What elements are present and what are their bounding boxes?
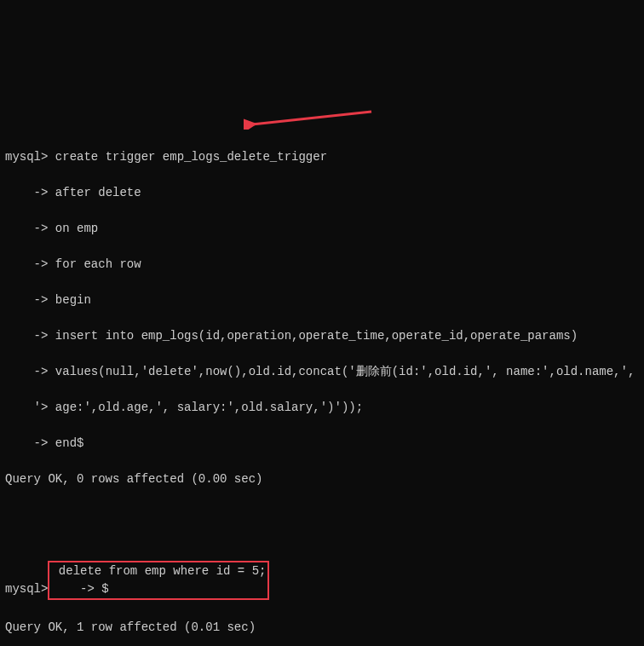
sql-code: end$: [48, 436, 83, 450]
mysql-prompt: mysql>: [5, 582, 48, 596]
blank-line: [5, 506, 639, 524]
sql-code: for each row: [48, 257, 141, 271]
continuation-prompt: ->: [5, 257, 48, 271]
continuation-prompt: ->: [5, 329, 48, 343]
sql-line-highlighted: mysql> delete from emp where id = 5; -> …: [5, 560, 639, 601]
sql-line: -> values(null,'delete',now(),old.id,con…: [5, 363, 639, 381]
highlight-box: delete from emp where id = 5; -> $: [48, 561, 269, 600]
sql-code: $: [95, 582, 109, 596]
svg-line-0: [252, 112, 371, 124]
query-result: Query OK, 1 row affected (0.01 sec): [5, 619, 639, 637]
sql-code: on emp: [48, 222, 98, 235]
continuation-prompt: '>: [5, 401, 48, 414]
sql-line: -> on emp: [5, 220, 639, 238]
continuation-prompt: ->: [5, 436, 48, 450]
continuation-prompt: ->: [5, 222, 48, 235]
sql-line: -> insert into emp_logs(id,operation,ope…: [5, 327, 639, 345]
sql-line: -> after delete: [5, 184, 639, 202]
query-result: Query OK, 0 rows affected (0.00 sec): [5, 470, 639, 488]
sql-line: -> end$: [5, 435, 639, 453]
sql-code: begin: [48, 293, 90, 307]
sql-line: -> for each row: [5, 256, 639, 274]
annotation-arrow: [244, 107, 380, 130]
sql-code: delete from emp where id = 5;: [51, 564, 266, 578]
continuation-prompt: ->: [51, 582, 94, 596]
sql-code: create trigger emp_logs_delete_trigger: [48, 150, 327, 164]
sql-code: insert into emp_logs(id,operation,operat…: [48, 329, 578, 343]
continuation-prompt: ->: [5, 293, 48, 307]
sql-code: age:',old.age,', salary:',old.salary,')'…: [48, 401, 363, 414]
sql-line: '> age:',old.age,', salary:',old.salary,…: [5, 399, 639, 417]
continuation-prompt: ->: [5, 365, 48, 378]
continuation-prompt: ->: [5, 186, 48, 199]
mysql-prompt: mysql>: [5, 150, 48, 164]
sql-code: values(null,'delete',now(),old.id,concat…: [48, 365, 635, 378]
sql-code: after delete: [48, 186, 141, 199]
sql-line: -> begin: [5, 291, 639, 309]
sql-line: mysql> create trigger emp_logs_delete_tr…: [5, 148, 639, 166]
terminal-output: mysql> create trigger emp_logs_delete_tr…: [5, 77, 639, 646]
